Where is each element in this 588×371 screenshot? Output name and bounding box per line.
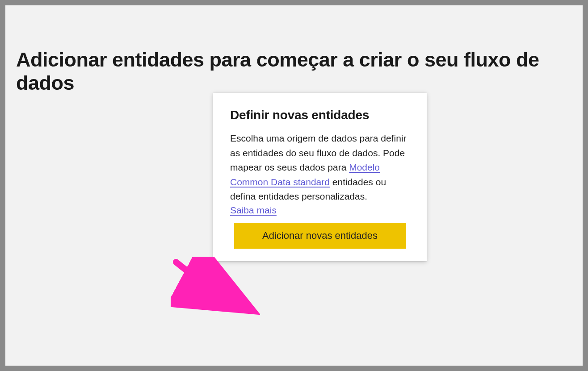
annotation-arrow-icon (171, 257, 260, 319)
card-description: Escolha uma origem de dados para definir… (230, 131, 410, 204)
define-entities-card: Definir novas entidades Escolha uma orig… (213, 93, 427, 261)
add-new-entities-button[interactable]: Adicionar novas entidades (234, 223, 406, 249)
page-title: Adicionar entidades para começar a criar… (5, 5, 583, 95)
card-body-pre: Escolha uma origem de dados para definir… (230, 133, 407, 172)
main-canvas: Adicionar entidades para começar a criar… (5, 5, 583, 366)
learn-more-link[interactable]: Saiba mais (230, 205, 277, 216)
card-title: Definir novas entidades (230, 108, 410, 122)
